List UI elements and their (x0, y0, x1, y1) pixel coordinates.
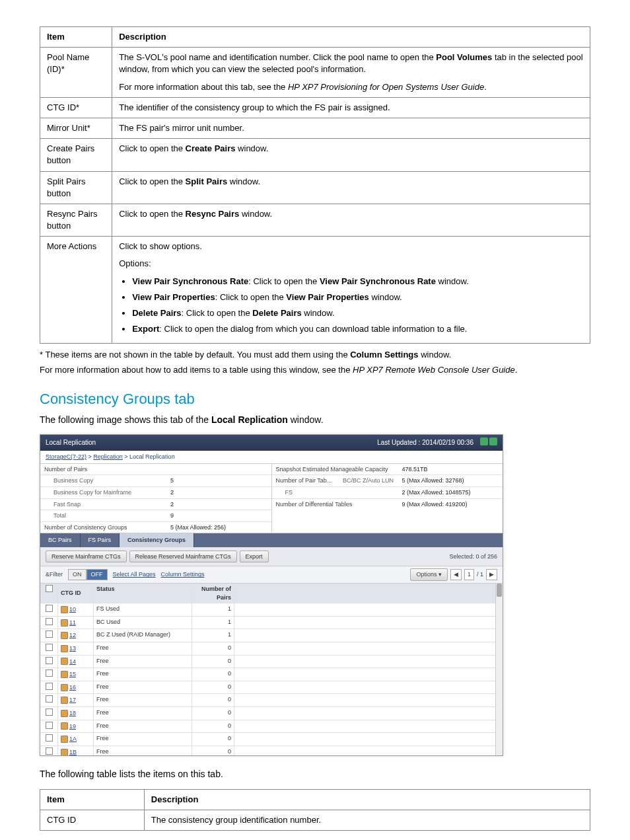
scrollbar[interactable] (495, 584, 503, 755)
row-ctg-id-2: CTG ID (40, 810, 145, 830)
section-intro: The following image shows this tab of th… (40, 414, 590, 427)
footnote-more-info: For more information about how to add it… (40, 364, 590, 376)
release-reserved-button[interactable]: Release Reserved Mainframe CTGs (129, 551, 237, 563)
group-icon (61, 722, 68, 730)
row-more-actions: More Actions (40, 237, 112, 344)
table-row[interactable]: 1BFree0 (40, 746, 503, 755)
row-checkbox[interactable] (46, 695, 53, 703)
group-icon (61, 736, 68, 743)
select-all-pages-link[interactable]: Select All Pages (113, 570, 156, 579)
group-icon (61, 645, 68, 652)
page-current[interactable]: 1 (464, 569, 474, 580)
table-row[interactable]: 12BC Z Used (RAID Manager)1 (40, 629, 503, 642)
row-checkbox[interactable] (46, 734, 53, 742)
col-description: Description (112, 27, 590, 48)
table-row[interactable]: 16Free0 (40, 681, 503, 695)
row-mirror-unit: Mirror Unit* (40, 118, 112, 138)
reserve-mainframe-button[interactable]: Reserve Mainframe CTGs (46, 551, 127, 563)
table-row[interactable]: 14Free0 (40, 656, 503, 669)
page-next[interactable]: ▶ (486, 569, 497, 580)
tab-consistency-groups[interactable]: Consistency Groups (120, 533, 194, 547)
group-icon (61, 632, 68, 639)
breadcrumb: StorageC(7-22) > Replication > Local Rep… (40, 451, 503, 464)
row-checkbox[interactable] (46, 747, 53, 755)
breadcrumb-link[interactable]: Replication (93, 453, 123, 460)
select-all-checkbox[interactable] (46, 585, 53, 592)
options-dropdown[interactable]: Options ▾ (410, 568, 448, 581)
row-checkbox[interactable] (46, 657, 53, 664)
row-checkbox[interactable] (46, 722, 53, 729)
row-split-pairs: Split Pairs button (40, 171, 112, 204)
row-checkbox[interactable] (46, 644, 53, 651)
group-icon (61, 749, 68, 755)
selected-count: Selected: 0 of 256 (449, 553, 497, 561)
row-checkbox[interactable] (46, 683, 53, 690)
table-row[interactable]: 13Free0 (40, 642, 503, 656)
table-row[interactable]: 18Free0 (40, 707, 503, 720)
export-button[interactable]: Export (240, 551, 269, 563)
row-checkbox[interactable] (46, 618, 53, 625)
column-settings-link[interactable]: Column Settings (161, 570, 205, 579)
table-header: CTG ID Status Number of Pairs (40, 584, 503, 603)
row-create-pairs: Create Pairs button (40, 139, 112, 171)
heading-consistency-groups: Consistency Groups tab (40, 389, 590, 410)
group-icon (61, 684, 68, 691)
row-pool-name: Pool Name (ID)* (40, 48, 112, 98)
row-ctg-id: CTG ID* (40, 97, 112, 118)
table-row[interactable]: 17Free0 (40, 694, 503, 707)
table-row[interactable]: 1AFree0 (40, 733, 503, 746)
tab-bc-pairs[interactable]: BC Pairs (40, 533, 81, 547)
row-checkbox[interactable] (46, 605, 53, 612)
table-row[interactable]: 10FS Used1 (40, 603, 503, 617)
table-row[interactable]: 19Free0 (40, 720, 503, 734)
row-checkbox[interactable] (46, 669, 53, 677)
row-checkbox[interactable] (46, 630, 53, 638)
group-icon (61, 697, 68, 704)
tab-row: BC Pairs FS Pairs Consistency Groups (40, 533, 503, 547)
item-description-table-1: Item Description Pool Name (ID)* The S-V… (40, 26, 590, 344)
col-item: Item (40, 27, 112, 48)
filter-toggle[interactable]: ONOFF (68, 569, 108, 580)
group-icon (61, 671, 68, 678)
titlebar-icons[interactable] (479, 438, 497, 448)
row-checkbox[interactable] (46, 708, 53, 716)
group-icon (61, 606, 68, 613)
group-icon (61, 619, 68, 627)
table-row[interactable]: 11BC Used1 (40, 617, 503, 630)
footnote-column-settings: * These items are not shown in the table… (40, 349, 590, 361)
row-resync-pairs: Resync Pairs button (40, 204, 112, 236)
local-replication-screenshot: Local Replication Last Updated : 2014/02… (40, 434, 503, 756)
group-icon (61, 710, 68, 717)
page-prev[interactable]: ◀ (450, 569, 462, 580)
tab-fs-pairs[interactable]: FS Pairs (81, 533, 120, 547)
item-description-table-2: Item Description CTG ID The consistency … (40, 789, 590, 831)
window-titlebar: Local Replication Last Updated : 2014/02… (40, 435, 503, 451)
group-icon (61, 658, 68, 665)
after-screenshot-text: The following table lists the items on t… (40, 768, 590, 781)
table-row[interactable]: 15Free0 (40, 668, 503, 681)
breadcrumb-link[interactable]: StorageC(7-22) (46, 453, 87, 460)
